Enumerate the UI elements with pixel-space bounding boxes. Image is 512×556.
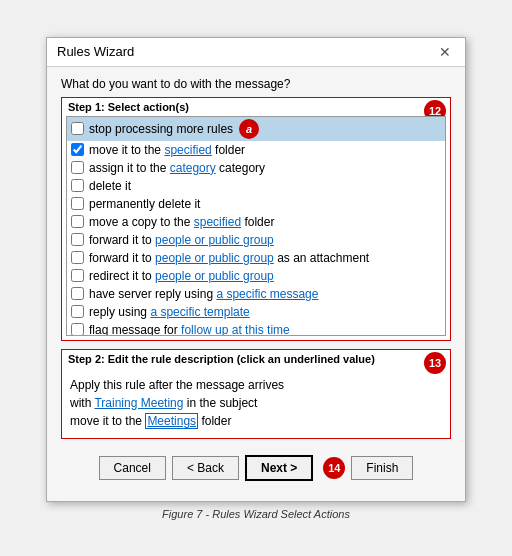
step2-content: Apply this rule after the message arrive… — [66, 372, 446, 434]
action-text-assign: assign it to the category category — [89, 161, 265, 175]
action-item-forward1[interactable]: forward it to people or public group — [67, 231, 445, 249]
action-item-redirect[interactable]: redirect it to people or public group — [67, 267, 445, 285]
step2-box: Step 2: Edit the rule description (click… — [61, 349, 451, 439]
cancel-button[interactable]: Cancel — [99, 456, 166, 480]
step1-box: Step 1: Select action(s) 12 stop process… — [61, 97, 451, 341]
action-item-delete[interactable]: delete it — [67, 177, 445, 195]
checkbox-replyusing[interactable] — [71, 305, 84, 318]
action-item-flag[interactable]: flag message for follow up at this time — [67, 321, 445, 336]
dialog-body: What do you want to do with the message?… — [47, 67, 465, 501]
step2-line2-suffix: in the subject — [183, 396, 257, 410]
checkbox-stop[interactable] — [71, 122, 84, 135]
checkbox-permdelete[interactable] — [71, 197, 84, 210]
title-bar: Rules Wizard ✕ — [47, 38, 465, 67]
action-text-delete: delete it — [89, 179, 131, 193]
action-text-flag: flag message for follow up at this time — [89, 323, 290, 336]
step2-line3-suffix: folder — [198, 414, 231, 428]
link-forward1[interactable]: people or public group — [155, 233, 274, 247]
step2-line3-prefix: move it to the — [70, 414, 145, 428]
training-meeting-link[interactable]: Training Meeting — [94, 396, 183, 410]
action-text-forward2: forward it to people or public group as … — [89, 251, 369, 265]
link-flag[interactable]: follow up at this time — [181, 323, 290, 336]
action-item-move[interactable]: move it to the specified folder — [67, 141, 445, 159]
link-assign[interactable]: category — [170, 161, 216, 175]
step1-header: Step 1: Select action(s) 12 — [62, 98, 450, 116]
action-text-movecopy: move a copy to the specified folder — [89, 215, 274, 229]
checkbox-movecopy[interactable] — [71, 215, 84, 228]
action-item-assign[interactable]: assign it to the category category — [67, 159, 445, 177]
action-list[interactable]: stop processing more rulesamove it to th… — [66, 116, 446, 336]
button-row: Cancel < Back Next > 14 Finish — [61, 447, 451, 491]
checkbox-redirect[interactable] — [71, 269, 84, 282]
badge-a: a — [239, 119, 259, 139]
step2-label: Step 2: Edit the rule description (click… — [62, 350, 381, 368]
step2-header: Step 2: Edit the rule description (click… — [62, 350, 450, 368]
link-replyusing[interactable]: a specific template — [150, 305, 249, 319]
next-button[interactable]: Next > — [245, 455, 313, 481]
checkbox-flag[interactable] — [71, 323, 84, 336]
finish-button[interactable]: Finish — [351, 456, 413, 480]
action-item-movecopy[interactable]: move a copy to the specified folder — [67, 213, 445, 231]
badge-14: 14 — [323, 457, 345, 479]
meetings-folder-link[interactable]: Meetings — [145, 413, 198, 429]
checkbox-forward1[interactable] — [71, 233, 84, 246]
step2-line1: Apply this rule after the message arrive… — [70, 378, 284, 392]
step1-label: Step 1: Select action(s) — [62, 98, 195, 116]
action-text-move: move it to the specified folder — [89, 143, 245, 157]
link-movecopy[interactable]: specified — [194, 215, 241, 229]
action-text-redirect: redirect it to people or public group — [89, 269, 274, 283]
question-text: What do you want to do with the message? — [61, 77, 451, 91]
action-text-serverreply: have server reply using a specific messa… — [89, 287, 318, 301]
back-button[interactable]: < Back — [172, 456, 239, 480]
close-button[interactable]: ✕ — [435, 44, 455, 60]
action-text-replyusing: reply using a specific template — [89, 305, 250, 319]
action-item-replyusing[interactable]: reply using a specific template — [67, 303, 445, 321]
checkbox-move[interactable] — [71, 143, 84, 156]
dialog-title: Rules Wizard — [57, 44, 134, 59]
link-serverreply[interactable]: a specific message — [216, 287, 318, 301]
checkbox-serverreply[interactable] — [71, 287, 84, 300]
checkbox-forward2[interactable] — [71, 251, 84, 264]
action-item-permdelete[interactable]: permanently delete it — [67, 195, 445, 213]
action-text-stop: stop processing more rules — [89, 122, 233, 136]
checkbox-assign[interactable] — [71, 161, 84, 174]
link-forward2[interactable]: people or public group — [155, 251, 274, 265]
action-item-stop[interactable]: stop processing more rulesa — [67, 117, 445, 141]
action-text-permdelete: permanently delete it — [89, 197, 200, 211]
rules-wizard-dialog: Rules Wizard ✕ What do you want to do wi… — [46, 37, 466, 502]
step2-badge: 13 — [424, 352, 446, 374]
checkbox-delete[interactable] — [71, 179, 84, 192]
figure-caption: Figure 7 - Rules Wizard Select Actions — [162, 508, 350, 520]
action-text-forward1: forward it to people or public group — [89, 233, 274, 247]
action-item-serverreply[interactable]: have server reply using a specific messa… — [67, 285, 445, 303]
link-move[interactable]: specified — [164, 143, 211, 157]
step2-line2-prefix: with — [70, 396, 94, 410]
link-redirect[interactable]: people or public group — [155, 269, 274, 283]
action-item-forward2[interactable]: forward it to people or public group as … — [67, 249, 445, 267]
